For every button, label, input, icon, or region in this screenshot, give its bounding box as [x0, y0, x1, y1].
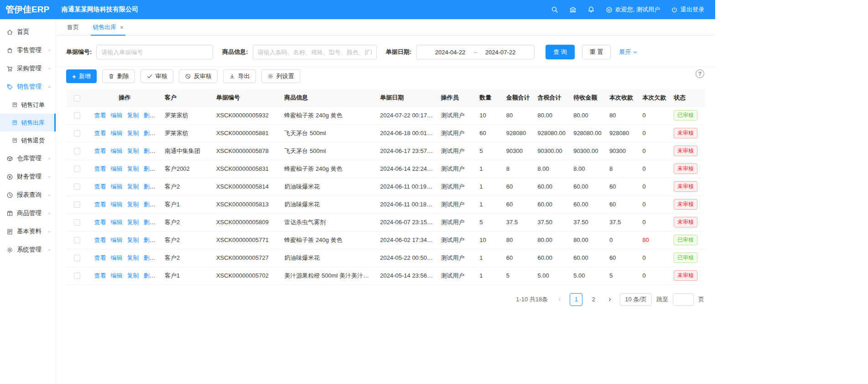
- view-link[interactable]: 查看: [94, 147, 106, 154]
- sidebar-item-home[interactable]: 首页: [0, 23, 56, 41]
- row-checkbox[interactable]: [74, 130, 80, 137]
- sidebar-item-retail[interactable]: 零售管理: [0, 41, 56, 59]
- date-range-picker[interactable]: 2024-04-22 ~ 2024-07-22: [416, 45, 535, 59]
- tab-close-icon[interactable]: ×: [120, 24, 124, 31]
- row-checkbox[interactable]: [74, 219, 80, 226]
- bell-icon[interactable]: [587, 6, 595, 13]
- view-link[interactable]: 查看: [94, 237, 106, 243]
- sidebar-item-sales[interactable]: 销售管理: [0, 78, 56, 96]
- product-info-input[interactable]: [253, 45, 377, 59]
- jump-page-input[interactable]: [673, 293, 694, 306]
- delete-link[interactable]: 删除: [143, 272, 155, 279]
- edit-link[interactable]: 编辑: [110, 254, 122, 261]
- owed-cell: 0: [639, 124, 670, 142]
- edit-link[interactable]: 编辑: [110, 112, 122, 119]
- copy-link[interactable]: 复制: [127, 219, 139, 226]
- delete-link[interactable]: 删除: [143, 130, 155, 137]
- date-label: 单据日期:: [386, 48, 411, 56]
- row-checkbox[interactable]: [74, 273, 80, 279]
- copy-link[interactable]: 复制: [127, 112, 139, 119]
- order-no-input[interactable]: [96, 45, 213, 59]
- reset-button[interactable]: 重 置: [582, 45, 611, 59]
- view-link[interactable]: 查看: [94, 112, 106, 119]
- view-link[interactable]: 查看: [94, 254, 106, 261]
- query-button[interactable]: 查 询: [546, 45, 575, 59]
- edit-link[interactable]: 编辑: [110, 272, 122, 279]
- row-checkbox[interactable]: [74, 255, 80, 261]
- page-size-select[interactable]: 10 条/页: [620, 293, 652, 306]
- copy-link[interactable]: 复制: [127, 237, 139, 243]
- status-badge: 未审核: [674, 181, 697, 192]
- next-page-button[interactable]: [604, 293, 615, 306]
- row-checkbox[interactable]: [74, 148, 80, 154]
- chevron-down-icon: [47, 211, 52, 216]
- date-from-value[interactable]: 2024-04-22: [435, 49, 466, 56]
- date-to-value[interactable]: 2024-07-22: [485, 49, 516, 56]
- delete-link[interactable]: 删除: [143, 219, 155, 226]
- sidebar-item-finance[interactable]: 财务管理: [0, 168, 56, 186]
- column-settings-label: 列设置: [276, 72, 294, 80]
- sidebar-item-warehouse[interactable]: 仓库管理: [0, 149, 56, 168]
- delete-link[interactable]: 删除: [143, 183, 155, 190]
- edit-link[interactable]: 编辑: [110, 130, 122, 137]
- edit-link[interactable]: 编辑: [110, 183, 122, 190]
- unaudit-button[interactable]: 反审核: [179, 69, 218, 83]
- row-checkbox[interactable]: [74, 184, 80, 190]
- search-icon[interactable]: [551, 6, 558, 13]
- row-checkbox[interactable]: [74, 237, 80, 243]
- view-link[interactable]: 查看: [94, 219, 106, 226]
- delete-button[interactable]: 删除: [102, 69, 135, 83]
- row-checkbox[interactable]: [74, 166, 80, 172]
- edit-link[interactable]: 编辑: [110, 237, 122, 243]
- sidebar-item-reports[interactable]: 报表查询: [0, 186, 56, 204]
- copy-link[interactable]: 复制: [127, 272, 139, 279]
- sidebar-item-goods[interactable]: 商品管理: [0, 204, 56, 222]
- delete-link[interactable]: 删除: [143, 165, 155, 172]
- delete-link[interactable]: 删除: [143, 254, 155, 261]
- view-link[interactable]: 查看: [94, 201, 106, 208]
- copy-link[interactable]: 复制: [127, 254, 139, 261]
- tab-sales-outbound[interactable]: 销售出库×: [93, 19, 124, 35]
- add-button[interactable]: + 新增: [66, 69, 97, 83]
- view-link[interactable]: 查看: [94, 130, 106, 137]
- customer-cell: 客户2: [161, 231, 213, 249]
- tab-home[interactable]: 首页: [67, 19, 79, 35]
- copy-link[interactable]: 复制: [127, 165, 139, 172]
- help-icon[interactable]: ?: [696, 69, 704, 78]
- delete-link[interactable]: 删除: [143, 147, 155, 154]
- page-button-2[interactable]: 2: [587, 293, 600, 306]
- view-link[interactable]: 查看: [94, 165, 106, 172]
- edit-link[interactable]: 编辑: [110, 219, 122, 226]
- select-all-checkbox[interactable]: [74, 95, 80, 101]
- sidebar-item-sales-order[interactable]: 销售订单: [0, 96, 56, 114]
- edit-link[interactable]: 编辑: [110, 147, 122, 154]
- view-link[interactable]: 查看: [94, 183, 106, 190]
- logout-button[interactable]: 退出登录: [671, 5, 704, 14]
- audit-button[interactable]: 审核: [140, 69, 173, 83]
- sidebar-item-purchase[interactable]: 采购管理: [0, 59, 56, 78]
- home-icon[interactable]: [569, 6, 577, 13]
- view-link[interactable]: 查看: [94, 272, 106, 279]
- sidebar-item-sales-return[interactable]: 销售退货: [0, 132, 56, 149]
- copy-link[interactable]: 复制: [127, 147, 139, 154]
- column-header-6: 数量: [476, 89, 503, 106]
- prev-page-button[interactable]: [554, 293, 565, 306]
- expand-link[interactable]: 展开: [619, 48, 638, 56]
- copy-link[interactable]: 复制: [127, 130, 139, 137]
- export-button[interactable]: 导出: [223, 69, 256, 83]
- copy-link[interactable]: 复制: [127, 183, 139, 190]
- edit-link[interactable]: 编辑: [110, 165, 122, 172]
- column-settings-button[interactable]: 列设置: [261, 69, 300, 83]
- sidebar-item-basic-data[interactable]: 基本资料: [0, 222, 56, 241]
- sidebar-item-sales-outbound[interactable]: 销售出库: [0, 114, 56, 132]
- page-button-1[interactable]: 1: [570, 293, 582, 306]
- row-checkbox[interactable]: [74, 201, 80, 208]
- sidebar-item-system[interactable]: 系统管理: [0, 241, 56, 259]
- delete-link[interactable]: 删除: [143, 237, 155, 243]
- delete-link[interactable]: 删除: [143, 112, 155, 119]
- copy-link[interactable]: 复制: [127, 201, 139, 208]
- delete-link[interactable]: 删除: [143, 201, 155, 208]
- edit-link[interactable]: 编辑: [110, 201, 122, 208]
- user-menu[interactable]: 欢迎您, 测试用户: [606, 5, 660, 14]
- row-checkbox[interactable]: [74, 112, 80, 119]
